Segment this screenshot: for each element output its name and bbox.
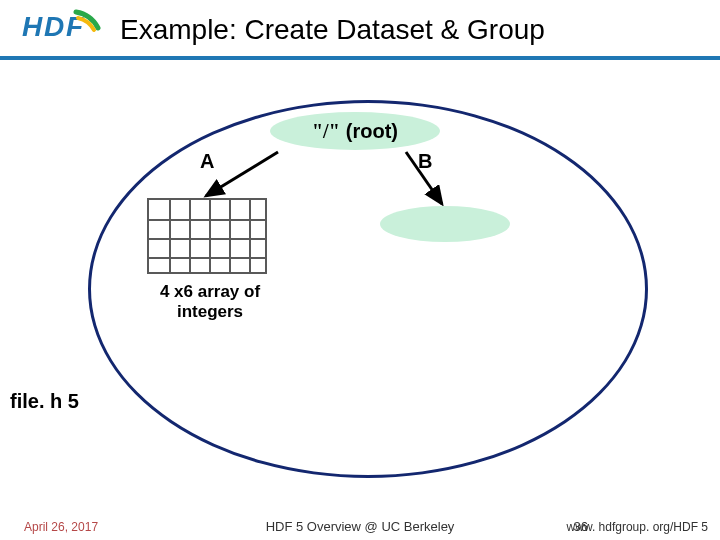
svg-text:H: H <box>22 11 43 42</box>
svg-line-3 <box>206 152 278 196</box>
root-word-label: (root) <box>346 120 398 143</box>
footer-url: www. hdfgroup. org/HDF 5 <box>567 520 708 534</box>
dataset-grid-icon <box>147 198 267 274</box>
title-underline <box>0 56 720 60</box>
file-name-label: file. h 5 <box>10 390 79 413</box>
slide: H D F Example: Create Dataset & Group "/… <box>0 0 720 540</box>
root-group-node: "/" (root) <box>270 112 440 150</box>
hdf-logo-icon: H D F <box>16 6 102 54</box>
svg-text:D: D <box>44 11 64 42</box>
group-b-node <box>380 206 510 242</box>
slide-footer: April 26, 2017 HDF 5 Overview @ UC Berke… <box>0 514 720 540</box>
slide-title: Example: Create Dataset & Group <box>120 14 700 46</box>
dataset-caption: 4 x6 array of integers <box>150 282 270 321</box>
arrow-b-icon <box>400 148 480 214</box>
root-slash-label: "/" <box>312 120 340 143</box>
svg-line-4 <box>406 152 442 204</box>
array-caption-line1: 4 x6 array of <box>160 282 260 301</box>
array-caption-line2: integers <box>177 302 243 321</box>
slide-header: H D F Example: Create Dataset & Group <box>0 0 720 64</box>
